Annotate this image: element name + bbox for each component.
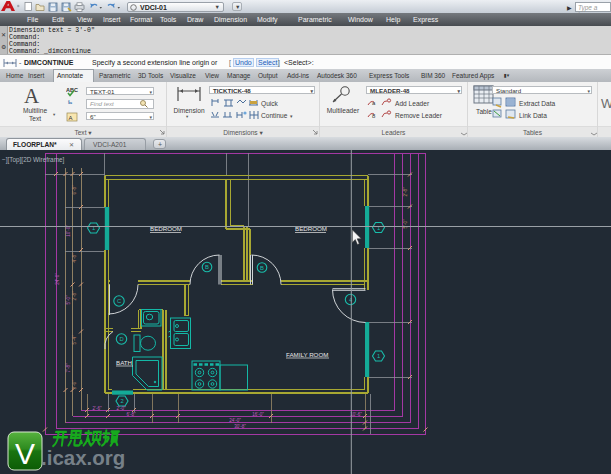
svg-text:6'-8": 6'-8" xyxy=(127,412,136,417)
svg-text:Add Leader: Add Leader xyxy=(395,100,430,107)
svg-text:Extract Data: Extract Data xyxy=(519,100,556,107)
svg-text:16'-0": 16'-0" xyxy=(252,412,264,417)
svg-text:8: 8 xyxy=(372,113,376,119)
svg-text:1: 1 xyxy=(92,225,95,231)
svg-text:5'-0": 5'-0" xyxy=(403,219,408,228)
svg-text:B: B xyxy=(260,265,264,271)
svg-text:3'-6": 3'-6" xyxy=(72,380,77,389)
svg-text:Remove Leader: Remove Leader xyxy=(395,112,443,119)
svg-text:2: 2 xyxy=(120,398,123,404)
svg-text:2'-6": 2'-6" xyxy=(93,406,102,411)
svg-text:24'-0": 24'-0" xyxy=(229,418,241,423)
svg-text:−][Top][2D Wireframe]: −][Top][2D Wireframe] xyxy=(2,156,65,164)
svg-text:V: V xyxy=(15,437,35,470)
svg-text:7'-8": 7'-8" xyxy=(66,363,71,372)
svg-text:24'-0": 24'-0" xyxy=(55,273,60,285)
svg-text:10'-6": 10'-6" xyxy=(350,412,362,417)
svg-text:Link Data: Link Data xyxy=(519,112,547,119)
svg-text:2'-8": 2'-8" xyxy=(72,291,77,300)
svg-text:FAMILY ROOM: FAMILY ROOM xyxy=(286,351,328,358)
svg-text:D: D xyxy=(119,336,123,342)
svg-text:30'-8": 30'-8" xyxy=(234,424,246,429)
svg-text:▾: ▾ xyxy=(290,113,293,119)
svg-text:Ƅ: Ƅ xyxy=(68,99,73,105)
svg-text:a: a xyxy=(372,100,376,106)
svg-text:Continue: Continue xyxy=(261,112,288,119)
svg-text:2'-0": 2'-0" xyxy=(117,406,126,411)
svg-text:B: B xyxy=(205,264,209,270)
svg-text:6'-8": 6'-8" xyxy=(72,185,77,194)
svg-text:Quick: Quick xyxy=(261,100,279,108)
svg-text:BATH: BATH xyxy=(116,359,132,366)
svg-text:2'-8": 2'-8" xyxy=(403,187,408,196)
svg-text:C: C xyxy=(117,298,121,304)
svg-text:4'-8": 4'-8" xyxy=(72,253,77,262)
svg-text:A: A xyxy=(69,115,73,121)
svg-text:1: 1 xyxy=(377,353,380,359)
svg-text:.icax.org: .icax.org xyxy=(41,446,125,469)
svg-text:5'-4": 5'-4" xyxy=(72,335,77,344)
svg-text:1: 1 xyxy=(377,225,380,231)
svg-text:5'-0": 5'-0" xyxy=(66,295,71,304)
